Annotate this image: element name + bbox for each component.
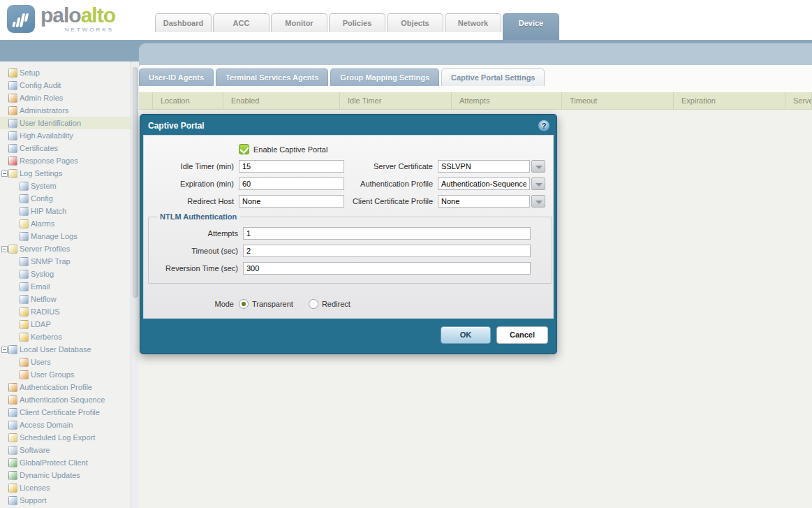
client-certificate-profile-input[interactable] — [438, 195, 530, 208]
sidebar-item-system[interactable]: System — [0, 180, 131, 192]
sidebar-item-authentication-sequence[interactable]: Authentication Sequence — [0, 393, 131, 406]
ntlm-authentication-group: NTLM Authentication AttemptsTimeout (sec… — [148, 212, 552, 284]
field-label: Expiration (min) — [144, 180, 239, 188]
column-header-lead[interactable] — [139, 92, 153, 109]
software-icon — [8, 446, 17, 455]
system-icon — [20, 182, 29, 191]
subtab-user-id-agents[interactable]: User-ID Agents — [139, 68, 214, 86]
enable-captive-portal-checkbox[interactable] — [239, 144, 249, 154]
sidebar-item-label: LDAP — [29, 320, 51, 328]
sidebar-item-client-certificate-profile[interactable]: Client Certificate Profile — [0, 406, 131, 419]
mode-radio-transparent[interactable] — [239, 299, 249, 309]
tab-network[interactable]: Network — [445, 13, 501, 32]
licenses-icon — [8, 484, 17, 493]
timeout-sec-input[interactable] — [243, 245, 531, 257]
sidebar-item-label: Licenses — [17, 484, 50, 492]
cancel-button[interactable]: Cancel — [496, 326, 548, 344]
subtab-group-mapping-settings[interactable]: Group Mapping Settings — [330, 68, 439, 86]
authentication-profile-icon — [8, 383, 17, 392]
client-certificate-profile-dropdown-button[interactable] — [531, 195, 545, 208]
tab-acc[interactable]: ACC — [213, 13, 270, 32]
tab-device[interactable]: Device — [503, 13, 559, 40]
column-header-serve[interactable]: Serve — [785, 92, 812, 109]
mode-radio-redirect[interactable] — [309, 299, 318, 309]
field-label: Redirect Host — [144, 197, 239, 205]
sidebar-item-access-domain[interactable]: Access Domain — [0, 419, 131, 431]
sidebar-item-licenses[interactable]: Licenses — [0, 481, 131, 494]
scrollbar-thumb[interactable] — [133, 67, 138, 298]
certificates-icon — [8, 144, 17, 153]
sidebar-item-user-groups[interactable]: User Groups — [0, 368, 131, 381]
tab-monitor[interactable]: Monitor — [271, 13, 327, 32]
collapse-toggle-icon[interactable] — [1, 170, 8, 177]
sidebar-item-config-audit[interactable]: Config Audit — [0, 79, 131, 92]
sidebar-item-snmp-trap[interactable]: SNMP Trap — [0, 255, 131, 268]
help-icon[interactable]: ? — [538, 120, 549, 131]
sidebar-item-ldap[interactable]: LDAP — [0, 318, 131, 331]
sidebar-item-users[interactable]: Users — [0, 356, 131, 368]
column-header-idle-timer[interactable]: Idle Timer — [340, 92, 452, 109]
sidebar-item-administrators[interactable]: Administrators — [0, 104, 131, 117]
sidebar-item-certificates[interactable]: Certificates — [0, 142, 131, 154]
paloalto-logo-icon — [7, 5, 35, 33]
subtab-captive-portal-settings[interactable]: Captive Portal Settings — [441, 68, 545, 86]
server-certificate-dropdown-button[interactable] — [531, 160, 545, 173]
column-header-location[interactable]: Location — [153, 92, 223, 109]
attempts-input[interactable] — [243, 227, 531, 240]
ntlm-fields: AttemptsTimeout (sec)Reversion Time (sec… — [149, 221, 552, 277]
column-header-expiration[interactable]: Expiration — [674, 92, 785, 109]
sidebar-item-high-availability[interactable]: High Availability — [0, 129, 131, 142]
sidebar-item-software[interactable]: Software — [0, 444, 131, 456]
admin-roles-icon — [8, 94, 17, 103]
field-row-timeout-sec: Timeout (sec) — [149, 242, 552, 259]
column-header-attempts[interactable]: Attempts — [452, 92, 562, 109]
sidebar-item-scheduled-log-export[interactable]: Scheduled Log Export — [0, 431, 131, 444]
authentication-profile-input[interactable] — [438, 177, 530, 190]
field-row-reversion-time-sec: Reversion Time (sec) — [149, 259, 552, 277]
sidebar-item-manage-logs[interactable]: Manage Logs — [0, 230, 131, 242]
sidebar-item-kerberos[interactable]: Kerberos — [0, 331, 131, 343]
sidebar-item-globalprotect-client[interactable]: GlobalProtect Client — [0, 456, 131, 469]
setup-icon — [8, 68, 17, 78]
sidebar-item-label: Support — [17, 496, 47, 505]
collapse-toggle-icon[interactable] — [1, 347, 8, 353]
sidebar-item-hip-match[interactable]: HIP Match — [0, 205, 131, 217]
local-user-database-icon — [8, 345, 17, 354]
enable-captive-portal-row: Enable Captive Portal — [239, 144, 327, 154]
ok-button[interactable]: OK — [441, 326, 491, 344]
tab-objects[interactable]: Objects — [387, 13, 443, 32]
sidebar-item-user-identification[interactable]: User Identification — [0, 117, 131, 129]
column-header-enabled[interactable]: Enabled — [223, 92, 340, 109]
sidebar-item-dynamic-updates[interactable]: Dynamic Updates — [0, 469, 131, 481]
sidebar-scrollbar[interactable] — [131, 61, 139, 508]
netflow-icon — [20, 295, 29, 304]
sidebar-item-syslog[interactable]: Syslog — [0, 268, 131, 280]
reversion-time-sec-input[interactable] — [243, 262, 531, 275]
sidebar-item-label: Dynamic Updates — [17, 471, 80, 479]
sidebar-item-authentication-profile[interactable]: Authentication Profile — [0, 381, 131, 393]
sidebar-item-radius[interactable]: RADIUS — [0, 305, 131, 318]
sidebar-item-label: Administrators — [17, 106, 68, 115]
sidebar-item-email[interactable]: Email — [0, 280, 131, 293]
sidebar-item-server-profiles[interactable]: Server Profiles — [0, 242, 131, 255]
subtab-terminal-services-agents[interactable]: Terminal Services Agents — [216, 68, 328, 86]
sidebar-item-response-pages[interactable]: Response Pages — [0, 154, 131, 167]
sidebar-item-support[interactable]: Support — [0, 494, 131, 507]
server-certificate-input[interactable] — [438, 160, 530, 173]
column-header-timeout[interactable]: Timeout — [562, 92, 674, 109]
authentication-profile-dropdown-button[interactable] — [531, 177, 545, 190]
captive-portal-dialog: Captive Portal ? Enable Captive Portal I… — [140, 114, 557, 354]
sidebar-item-netflow[interactable]: Netflow — [0, 293, 131, 305]
sidebar-item-alarms[interactable]: Alarms — [0, 217, 131, 230]
sidebar-item-label: Syslog — [29, 270, 54, 278]
sidebar-item-local-user-database[interactable]: Local User Database — [0, 343, 131, 356]
tab-policies[interactable]: Policies — [329, 13, 385, 32]
sidebar-item-setup[interactable]: Setup — [0, 66, 131, 79]
sidebar-item-label: SNMP Trap — [29, 257, 71, 266]
sidebar-item-admin-roles[interactable]: Admin Roles — [0, 92, 131, 104]
tab-dashboard[interactable]: Dashboard — [155, 13, 212, 32]
sidebar-item-config[interactable]: Config — [0, 192, 131, 205]
sidebar-item-log-settings[interactable]: Log Settings — [0, 167, 131, 180]
collapse-toggle-icon[interactable] — [1, 246, 8, 252]
sidebar-item-label: Users — [29, 358, 51, 366]
